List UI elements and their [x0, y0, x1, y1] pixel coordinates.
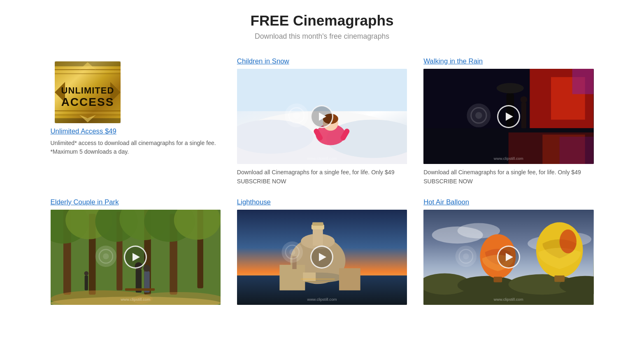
svg-rect-76: [312, 222, 323, 225]
card-walking-in-rain: Walking in the Rain: [423, 57, 593, 186]
svg-rect-31: [572, 69, 594, 94]
unlimited-badge: UNLIMITED ACCESS: [51, 57, 125, 127]
elderly-couple-thumb[interactable]: www.clipstill.com: [51, 210, 221, 305]
walking-in-rain-play[interactable]: [497, 105, 520, 128]
svg-rect-103: [494, 276, 502, 282]
svg-rect-82: [301, 278, 335, 280]
unlimited-card: UNLIMITED ACCESS Unlimited Access $49 Un…: [51, 57, 221, 186]
page-header: FREE Cinemagraphs Download this month's …: [0, 0, 644, 49]
svg-rect-39: [521, 103, 526, 128]
svg-point-108: [463, 253, 469, 259]
elderly-couple-watermark: www.clipstill.com: [121, 297, 150, 302]
elderly-couple-title[interactable]: Elderly Couple in Park: [51, 198, 221, 206]
svg-point-86: [289, 249, 295, 255]
children-in-snow-title[interactable]: Children in Snow: [237, 57, 407, 66]
svg-rect-99: [554, 275, 565, 282]
svg-text:ACCESS: ACCESS: [61, 96, 114, 108]
page-title: FREE Cinemagraphs: [8, 12, 636, 29]
svg-point-38: [497, 83, 524, 94]
svg-rect-83: [305, 281, 330, 282]
lighthouse-title[interactable]: Lighthouse: [237, 198, 407, 206]
children-in-snow-desc: Download all Cinemagraphs for a single f…: [237, 168, 407, 185]
children-in-snow-watermark: www.clipstill.com: [307, 156, 337, 161]
svg-point-69: [103, 253, 109, 259]
svg-point-43: [475, 112, 482, 119]
hot-air-balloon-title[interactable]: Hot Air Balloon: [423, 198, 593, 206]
lighthouse-play[interactable]: [310, 246, 333, 269]
grid-container: UNLIMITED ACCESS Unlimited Access $49 Un…: [34, 57, 610, 321]
walking-in-rain-watermark: www.clipstill.com: [494, 156, 523, 161]
svg-rect-65: [84, 275, 88, 290]
svg-rect-64: [125, 288, 154, 290]
walking-in-rain-desc: Download all Cinemagraphs for a single f…: [423, 168, 593, 185]
lighthouse-thumb[interactable]: www.clipstill.com: [237, 210, 407, 305]
hot-air-balloon-play[interactable]: [497, 246, 520, 269]
svg-point-66: [84, 271, 88, 275]
walking-in-rain-thumb[interactable]: www.clipstill.com: [423, 69, 593, 164]
page-subtitle: Download this month's free cinemagraphs: [8, 32, 636, 41]
card-children-in-snow: Children in Snow: [237, 57, 407, 186]
hot-air-balloon-thumb[interactable]: www.clipstill.com: [423, 210, 593, 305]
card-elderly-couple: Elderly Couple in Park: [51, 198, 221, 305]
unlimited-description: Unlimited* access to download all cinema…: [51, 139, 221, 156]
svg-rect-79: [339, 268, 360, 290]
card-hot-air-balloon: Hot Air Balloon: [423, 198, 593, 305]
svg-point-90: [458, 276, 517, 294]
unlimited-link[interactable]: Unlimited Access $49: [51, 127, 221, 136]
card-lighthouse: Lighthouse: [237, 198, 407, 305]
svg-point-40: [521, 96, 528, 103]
svg-text:UNLIMITED: UNLIMITED: [61, 85, 114, 96]
walking-in-rain-title[interactable]: Walking in the Rain: [423, 57, 593, 66]
svg-point-98: [560, 229, 577, 253]
hot-air-balloon-watermark: www.clipstill.com: [494, 297, 523, 302]
svg-rect-35: [560, 137, 594, 164]
svg-point-27: [293, 112, 300, 119]
children-in-snow-play[interactable]: [310, 105, 333, 128]
children-in-snow-thumb[interactable]: www.clipstill.com: [237, 69, 407, 164]
lighthouse-watermark: www.clipstill.com: [307, 297, 337, 302]
svg-point-63: [143, 264, 150, 271]
elderly-couple-play[interactable]: [124, 246, 147, 269]
